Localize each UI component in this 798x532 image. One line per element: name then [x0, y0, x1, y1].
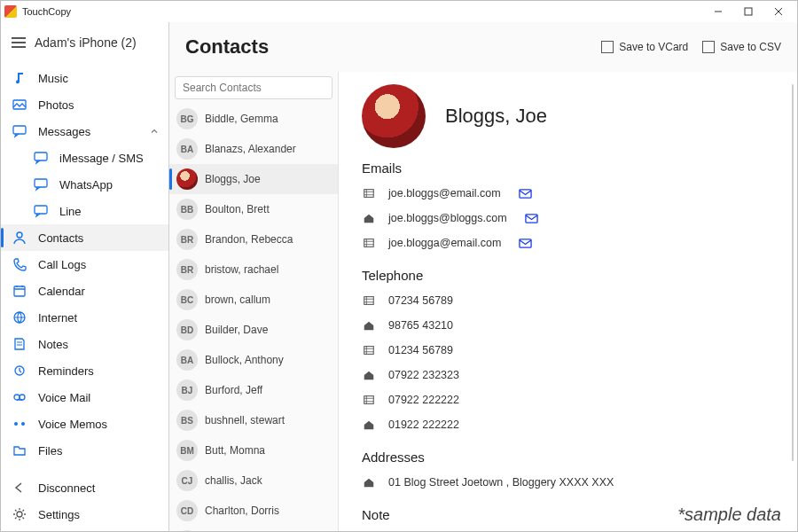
contact-avatar-icon: [176, 168, 198, 190]
sidebar-item-music[interactable]: Music: [1, 65, 168, 91]
contact-list-name: Charlton, Dorris: [205, 505, 279, 517]
contact-list-item[interactable]: BRBrandon, Rebecca: [169, 224, 338, 254]
contact-list-item[interactable]: BABullock, Anthony: [169, 345, 338, 375]
sidebar-item-photos[interactable]: Photos: [1, 91, 168, 118]
detail-value: 98765 43210: [388, 319, 453, 332]
sidebar-item-contacts[interactable]: Contacts: [1, 224, 168, 251]
window-close-button[interactable]: [763, 2, 794, 21]
sidebar-item-reminders[interactable]: Reminders: [1, 357, 168, 384]
contact-list-name: Butt, Momna: [205, 444, 265, 457]
menu-icon: [12, 37, 26, 48]
sidebar-item-whatsapp[interactable]: WhatsApp: [1, 171, 168, 198]
envelope-icon[interactable]: [525, 212, 538, 225]
contact-list-item[interactable]: BABlanazs, Alexander: [169, 134, 338, 164]
app-title: TouchCopy: [22, 6, 71, 17]
contact-list-item[interactable]: CJchallis, Jack: [169, 466, 338, 496]
sidebar-item-voice mail[interactable]: Voice Mail: [1, 384, 168, 411]
contact-list-name: Biddle, Gemma: [205, 113, 278, 125]
contact-detail: Bloggs, Joe Emails joe.bloggs@email.com …: [338, 72, 797, 532]
contact-list-name: Builder, Dave: [205, 324, 268, 336]
sidebar-item-files[interactable]: Files: [1, 437, 168, 464]
contact-list-item[interactable]: BDBuilder, Dave: [169, 315, 338, 345]
sidebar-item-label: Music: [38, 72, 68, 85]
sidebar-item-disconnect[interactable]: Disconnect: [1, 474, 168, 501]
sidebar-item-voice memos[interactable]: Voice Memos: [1, 411, 168, 437]
detail-value: 07922 222222: [388, 394, 459, 406]
contact-list-item[interactable]: BMButt, Momna: [169, 435, 338, 466]
home-icon: [362, 369, 376, 381]
sidebar-item-line[interactable]: Line: [1, 198, 168, 224]
sidebar-item-label: Notes: [38, 338, 68, 351]
message-icon: [12, 124, 27, 138]
contact-list-name: challis, Jack: [205, 474, 262, 487]
sidebar-item-label: Voice Mail: [38, 391, 90, 404]
sidebar-item-label: Voice Memos: [38, 418, 107, 431]
contact-list-item[interactable]: BBBoulton, Brett: [169, 194, 338, 224]
window-maximize-button[interactable]: [733, 2, 763, 21]
detail-row: joe.bloggs@bloggs.com: [362, 206, 774, 231]
contact-list-item[interactable]: BSbushnell, stewart: [169, 405, 338, 435]
calendar-icon: [12, 284, 27, 298]
sidebar-item-label: WhatsApp: [59, 178, 113, 192]
content-header: Contacts Save to VCard Save to CSV: [169, 22, 797, 72]
contact-initials-icon: CJ: [176, 470, 198, 491]
contact-list-name: Boulton, Brett: [205, 203, 270, 215]
detail-value: joe.bloggs@bloggs.com: [388, 212, 507, 224]
contacts-list[interactable]: BGBiddle, Gemma BABlanazs, Alexander Blo…: [169, 104, 338, 532]
contact-list-name: Burford, Jeff: [205, 384, 262, 396]
detail-value: joe.blogga@email.com: [388, 237, 501, 249]
contact-list-item[interactable]: CDCharlton, Dorris: [169, 496, 338, 526]
contact-initials-icon: BJ: [176, 379, 198, 401]
sidebar-item-call logs[interactable]: Call Logs: [1, 251, 168, 278]
contact-list-name: brown, callum: [205, 293, 270, 306]
globe-icon: [12, 310, 27, 325]
photo-icon: [12, 98, 27, 112]
contact-list-item[interactable]: CJchatfield, jess: [169, 526, 338, 532]
sidebar-item-label: Line: [59, 205, 82, 218]
contact-initials-icon: BR: [176, 259, 198, 280]
detail-value: 01 Blog Street Joetown , Bloggery XXXX X…: [388, 476, 614, 489]
detail-row: joe.bloggs@email.com: [362, 181, 774, 206]
sidebar-item-notes[interactable]: Notes: [1, 331, 168, 357]
contact-initials-icon: BA: [176, 138, 198, 160]
envelope-icon[interactable]: [519, 237, 532, 250]
contact-list-item[interactable]: Bloggs, Joe: [169, 164, 338, 194]
device-name: Adam's iPhone (2): [35, 35, 137, 50]
contact-list-name: bushnell, stewart: [205, 414, 285, 426]
message-icon: [33, 204, 49, 218]
envelope-icon[interactable]: [519, 187, 532, 200]
search-input[interactable]: [175, 76, 332, 99]
sidebar-item-imessage-sms[interactable]: iMessage / SMS: [1, 145, 168, 171]
contact-list-item[interactable]: BRbristow, rachael: [169, 254, 338, 285]
contact-initials-icon: CD: [176, 500, 198, 521]
contact-initials-icon: BM: [176, 440, 198, 461]
sidebar-item-label: Messages: [38, 125, 90, 138]
contact-initials-icon: BB: [176, 199, 198, 220]
contact-list-name: Brandon, Rebecca: [205, 233, 293, 246]
save-csv-button[interactable]: Save to CSV: [702, 41, 781, 53]
contact-list-item[interactable]: BJBurford, Jeff: [169, 375, 338, 405]
contacts-list-pane: BGBiddle, Gemma BABlanazs, Alexander Blo…: [169, 72, 338, 532]
sidebar-item-label: Call Logs: [38, 258, 86, 271]
device-row[interactable]: Adam's iPhone (2): [1, 27, 168, 58]
contact-initials-icon: BD: [176, 319, 198, 340]
contact-list-item[interactable]: BCbrown, callum: [169, 285, 338, 315]
work-icon: [362, 237, 376, 249]
contact-initials-icon: BG: [176, 108, 198, 129]
contact-initials-icon: BR: [176, 229, 198, 250]
save-vcard-button[interactable]: Save to VCard: [601, 41, 688, 53]
sidebar-item-label: Photos: [38, 98, 74, 112]
detail-row: 98765 43210: [362, 313, 774, 338]
message-icon: [33, 177, 49, 192]
detail-row: 07922 222222: [362, 387, 774, 412]
sidebar-item-internet[interactable]: Internet: [1, 304, 168, 331]
detail-value: 01922 222222: [388, 419, 459, 431]
window-minimize-button[interactable]: [703, 2, 733, 21]
sidebar-item-calendar[interactable]: Calendar: [1, 278, 168, 304]
sidebar-item-settings[interactable]: Settings: [1, 501, 168, 528]
detail-row: 07234 56789: [362, 288, 774, 313]
contact-list-name: Bloggs, Joe: [205, 173, 261, 185]
sidebar-item-messages[interactable]: Messages: [1, 118, 168, 145]
contact-list-item[interactable]: BGBiddle, Gemma: [169, 104, 338, 134]
phone-icon: [12, 257, 27, 271]
